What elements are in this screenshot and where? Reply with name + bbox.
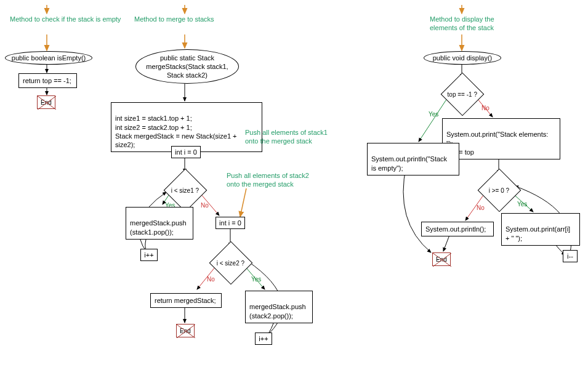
fc2-loop1-inc-text: i++ xyxy=(144,251,153,259)
fc3-title: Method to display the elements of the st… xyxy=(430,15,494,33)
fc2-loop1-init-text: int i = 0 xyxy=(175,148,197,156)
fc1-end: End xyxy=(37,95,55,109)
fc2-loop2-init-text: int i = 0 xyxy=(219,219,241,227)
fc3-start: public void display() xyxy=(424,51,501,65)
fc2-title: Method to merge to stacks xyxy=(134,15,214,23)
fc2-end: End xyxy=(176,324,195,337)
fc2-no2: No xyxy=(207,276,215,283)
fc2-yes2: Yes xyxy=(251,276,261,283)
fc3-loop-inc-text: i-- xyxy=(567,252,573,260)
fc2-loop2-cond: i < size2 ? xyxy=(209,241,253,285)
fc3-yes2: Yes xyxy=(517,201,527,208)
fc2-loop2-body-text: mergedStack.push (stack2.pop()); xyxy=(249,303,306,319)
fc3-no2: No xyxy=(477,204,485,211)
fc2-start: public static Stack mergeStacks(Stack st… xyxy=(135,49,239,84)
fc2-return-text: return mergedStack; xyxy=(155,297,216,304)
fc3-after-loop-text: System.out.println(); xyxy=(425,225,486,233)
fc1-body-text: return top == -1; xyxy=(23,77,71,84)
fc2-loop1-inc: i++ xyxy=(140,249,158,261)
fc2-annot1: Push all elements of stack1 onto the mer… xyxy=(245,128,328,146)
fc3-empty-branch-text: System.out.println("Stack is empty"); xyxy=(371,155,447,171)
fc3-nonempty-init: System.out.print("Stack elements: "); in… xyxy=(442,118,560,159)
fc1-start-text: public boolean isEmpty() xyxy=(12,54,86,62)
fc2-init-text: int size1 = stack1.top + 1; int size2 = … xyxy=(115,115,236,148)
fc3-after-loop: System.out.println(); xyxy=(421,222,494,236)
svg-line-25 xyxy=(443,235,449,251)
fc2-loop1-init: int i = 0 xyxy=(171,146,201,158)
fc2-loop1-cond-text: i < size1 ? xyxy=(171,187,199,194)
fc3-empty-branch: System.out.println("Stack is empty"); xyxy=(367,143,459,175)
fc2-return: return mergedStack; xyxy=(150,293,222,308)
fc3-end: End xyxy=(432,252,451,266)
fc3-nonempty-init-text: System.out.print("Stack elements: "); in… xyxy=(446,131,548,156)
svg-line-13 xyxy=(240,188,246,217)
fc3-start-text: public void display() xyxy=(433,54,493,62)
fc2-start-text: public static Stack mergeStacks(Stack st… xyxy=(146,54,228,80)
fc3-loop-body-text: System.out.print(arr[i] + " "); xyxy=(505,225,570,241)
fc3-loop-body: System.out.print(arr[i] + " "); xyxy=(501,213,580,246)
fc3-cond: top == -1 ? xyxy=(441,73,485,116)
fc2-init: int size1 = stack1.top + 1; int size2 = … xyxy=(111,102,262,152)
fc2-loop2-body: mergedStack.push (stack2.pop()); xyxy=(245,291,313,323)
fc3-no1: No xyxy=(481,105,489,111)
fc2-loop1-body-text: mergedStack.push (stack1.pop()); xyxy=(130,219,187,235)
fc2-loop2-inc: i++ xyxy=(255,333,272,345)
fc1-body: return top == -1; xyxy=(18,73,77,88)
fc3-loop-cond-text: i >= 0 ? xyxy=(489,187,509,193)
fc3-cond-text: top == -1 ? xyxy=(448,91,477,98)
fc2-loop1-body: mergedStack.push (stack1.pop()); xyxy=(126,207,193,240)
fc2-loop2-init: int i = 0 xyxy=(215,217,245,229)
fc3-loop-inc: i-- xyxy=(563,250,578,262)
fc2-loop2-inc-text: i++ xyxy=(259,335,268,342)
fc2-loop2-cond-text: i < size2 ? xyxy=(217,260,244,267)
fc2-annot2: Push all elements of stack2 onto the mer… xyxy=(227,171,309,189)
fc3-yes1: Yes xyxy=(429,111,438,118)
fc1-title: Method to check if the stack is empty xyxy=(10,15,121,23)
fc1-start: public boolean isEmpty() xyxy=(5,51,92,65)
fc2-no1: No xyxy=(201,202,209,209)
